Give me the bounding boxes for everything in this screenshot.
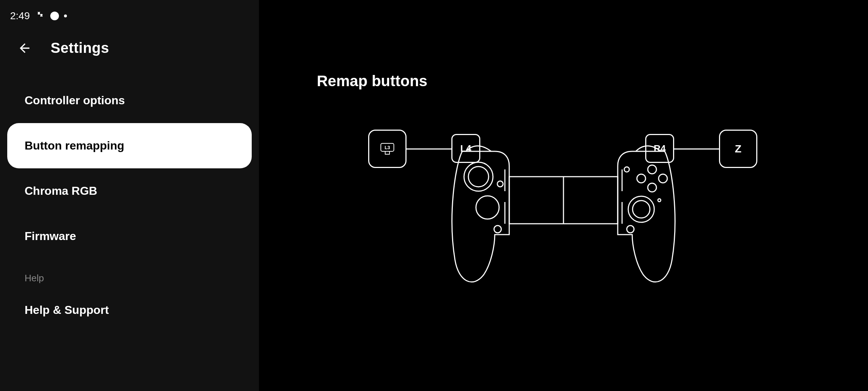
sidebar-item-chroma-rgb[interactable]: Chroma RGB (7, 168, 252, 214)
controller-diagram: L3 L4 R4 Z (368, 130, 759, 318)
main-panel: Remap buttons L3 L4 R4 Z (259, 0, 868, 391)
status-time: 2:49 (10, 10, 30, 22)
connector-line (674, 148, 719, 150)
back-arrow-icon[interactable] (17, 41, 32, 55)
main-title: Remap buttons (317, 72, 868, 90)
svg-point-18 (659, 174, 667, 183)
help-section-label: Help (0, 259, 259, 284)
left-remap-target-box[interactable]: L3 (368, 130, 407, 168)
status-dot-icon (50, 12, 59, 20)
connector-line (407, 148, 451, 150)
right-remap-target-box[interactable]: Z (719, 130, 757, 168)
controller-outline-icon (451, 144, 676, 296)
svg-point-23 (627, 226, 634, 233)
svg-point-20 (633, 201, 650, 218)
svg-point-11 (497, 181, 503, 187)
svg-point-21 (624, 167, 629, 172)
sidebar-item-firmware[interactable]: Firmware (7, 214, 252, 259)
sidebar-item-help-support[interactable]: Help & Support (7, 287, 252, 333)
right-remap-target: Z (735, 143, 741, 155)
svg-point-9 (468, 167, 489, 187)
sidebar-item-button-remapping[interactable]: Button remapping (7, 123, 252, 168)
svg-point-10 (476, 196, 499, 219)
sidebar: Settings Controller options Button remap… (0, 0, 259, 391)
svg-point-15 (648, 165, 656, 174)
pinwheel-icon (35, 11, 45, 21)
page-title: Settings (51, 40, 109, 56)
svg-point-16 (648, 183, 656, 192)
sidebar-item-controller-options[interactable]: Controller options (7, 78, 252, 123)
svg-point-17 (637, 174, 646, 183)
svg-text:L3: L3 (384, 145, 390, 150)
l3-glyph-icon: L3 (379, 142, 396, 156)
status-dot-small-icon (64, 14, 67, 17)
svg-point-12 (494, 226, 501, 233)
svg-point-22 (658, 199, 661, 202)
